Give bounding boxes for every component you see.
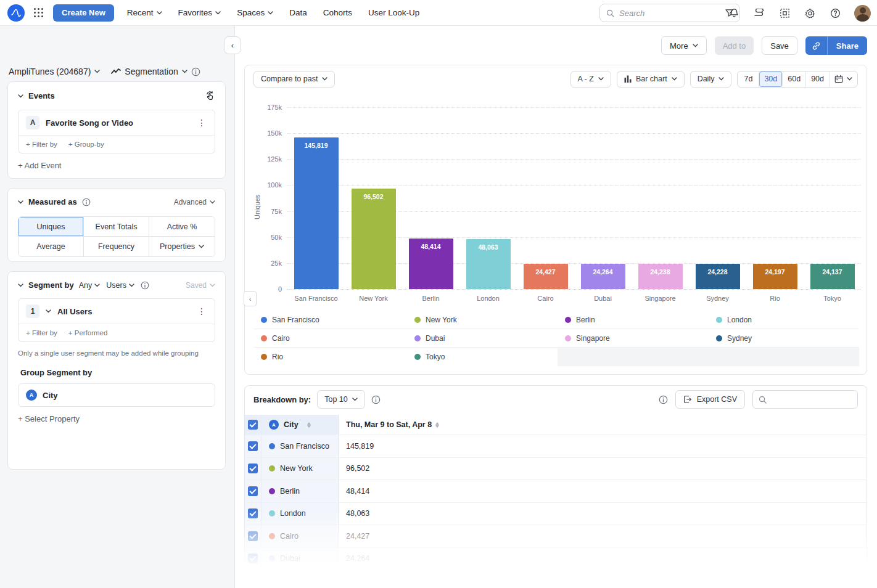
city-header-cell[interactable]: ACity xyxy=(261,415,339,435)
help-icon[interactable] xyxy=(829,7,841,19)
collapse-caret-icon[interactable] xyxy=(18,94,23,98)
sort-icon[interactable] xyxy=(435,422,439,428)
info-icon[interactable] xyxy=(191,67,200,76)
info-icon[interactable] xyxy=(82,198,91,206)
settings-gear-icon[interactable] xyxy=(804,7,816,19)
breakdown-search[interactable] xyxy=(752,390,858,409)
hand-pointer-icon[interactable] xyxy=(205,91,215,101)
chart-scroll-left-button[interactable]: ‹ xyxy=(244,291,257,306)
bar-san-francisco[interactable]: 145,819 xyxy=(294,137,339,289)
info-icon[interactable] xyxy=(371,395,381,404)
date-header-cell[interactable]: Thu, Mar 9 to Sat, Apr 8 xyxy=(339,415,867,435)
select-all-checkbox[interactable] xyxy=(248,420,258,430)
nav-item-recent[interactable]: Recent xyxy=(119,0,170,26)
group-property-row[interactable]: A City xyxy=(18,383,215,407)
legend-item-berlin[interactable]: Berlin xyxy=(558,311,709,329)
legend-item-singapore[interactable]: Singapore xyxy=(558,329,709,347)
bar-cairo[interactable]: 24,427 xyxy=(524,264,568,289)
dashed-frame-icon[interactable] xyxy=(778,7,791,19)
bar-singapore[interactable]: 24,238 xyxy=(638,264,683,289)
global-search-input[interactable] xyxy=(619,9,720,18)
nav-item-user-look-up[interactable]: User Look-Up xyxy=(360,0,427,26)
row-checkbox[interactable] xyxy=(248,441,258,451)
bar-dubai[interactable]: 24,264 xyxy=(581,264,625,289)
measured-option-frequency[interactable]: Frequency xyxy=(84,237,149,256)
notifications-bell-icon[interactable] xyxy=(728,7,740,19)
nav-item-data[interactable]: Data xyxy=(281,0,315,26)
legend-item-san-francisco[interactable]: San Francisco xyxy=(253,311,407,329)
legend-item-rio[interactable]: Rio xyxy=(253,348,407,366)
legend-item-london[interactable]: London xyxy=(709,311,859,329)
export-csv-button[interactable]: Export CSV xyxy=(675,390,745,409)
measured-option-active-[interactable]: Active % xyxy=(149,217,215,237)
event-letter-badge: A xyxy=(26,116,39,129)
group-by-link[interactable]: + Group-by xyxy=(68,141,104,148)
top-n-dropdown[interactable]: Top 10 xyxy=(317,390,365,409)
bar-new-york[interactable]: 96,502 xyxy=(352,189,396,289)
select-property-link[interactable]: + Select Property xyxy=(18,414,80,423)
measured-option-label: Properties xyxy=(160,242,195,251)
add-event-link[interactable]: + Add Event xyxy=(18,161,61,170)
measured-option-average[interactable]: Average xyxy=(19,237,84,256)
event-name[interactable]: Favorite Song or Video xyxy=(46,118,190,128)
collapse-sidebar-button[interactable]: ‹ xyxy=(224,36,241,54)
more-button[interactable]: More xyxy=(661,36,707,55)
legend-item-tokyo[interactable]: Tokyo xyxy=(407,348,558,366)
view-type-picker[interactable]: Segmentation xyxy=(111,67,187,76)
user-avatar[interactable] xyxy=(854,5,871,22)
journeys-path-icon[interactable] xyxy=(753,7,765,19)
nav-item-spaces[interactable]: Spaces xyxy=(229,0,281,26)
legend-item-sydney[interactable]: Sydney xyxy=(709,329,859,347)
legend-item-new-york[interactable]: New York xyxy=(407,311,558,329)
segment-name[interactable]: All Users xyxy=(57,307,190,316)
breakdown-search-input[interactable] xyxy=(771,395,852,404)
advanced-dropdown[interactable]: Advanced xyxy=(174,198,215,206)
apps-grid-icon[interactable] xyxy=(33,7,44,18)
copy-link-icon[interactable] xyxy=(805,36,828,55)
project-picker[interactable]: AmpliTunes (204687) xyxy=(9,67,100,76)
kebab-menu-icon[interactable]: ⋮ xyxy=(196,118,207,128)
any-dropdown[interactable]: Any xyxy=(79,281,101,290)
collapse-caret-icon[interactable] xyxy=(18,200,23,204)
bar-berlin[interactable]: 48,414 xyxy=(409,239,453,289)
bar-london[interactable]: 48,063 xyxy=(466,239,511,289)
performed-link[interactable]: + Performed xyxy=(68,329,108,337)
measured-option-properties[interactable]: Properties xyxy=(149,237,215,256)
legend-item-dubai[interactable]: Dubai xyxy=(407,329,558,347)
global-search[interactable] xyxy=(599,4,740,22)
sort-icon[interactable] xyxy=(307,422,311,428)
collapse-caret-icon[interactable] xyxy=(18,284,23,287)
measured-option-uniques[interactable]: Uniques xyxy=(19,217,84,237)
nav-item-label: User Look-Up xyxy=(368,8,419,17)
row-checkbox[interactable] xyxy=(248,508,258,518)
amplitude-logo-icon[interactable] xyxy=(7,4,25,22)
city-cell: Dubai xyxy=(261,548,339,570)
kebab-menu-icon[interactable]: ⋮ xyxy=(196,306,207,316)
row-checkbox[interactable] xyxy=(248,463,258,473)
create-new-button[interactable]: Create New xyxy=(53,4,114,22)
bar-rio[interactable]: 24,197 xyxy=(753,264,797,289)
row-checkbox[interactable] xyxy=(248,531,258,541)
nav-item-favorites[interactable]: Favorites xyxy=(170,0,229,26)
legend-item-cairo[interactable]: Cairo xyxy=(253,329,407,347)
chevron-down-icon[interactable] xyxy=(46,309,51,313)
info-icon[interactable] xyxy=(141,281,149,290)
users-dropdown[interactable]: Users xyxy=(106,281,134,290)
save-button[interactable]: Save xyxy=(762,36,797,55)
measured-as-card: Measured as Advanced UniquesEvent Totals… xyxy=(7,188,226,262)
bar-sydney[interactable]: 24,228 xyxy=(696,264,740,289)
filter-by-link[interactable]: + Filter by xyxy=(26,329,57,337)
bar-value-label: 145,819 xyxy=(294,142,339,149)
saved-dropdown[interactable]: Saved xyxy=(186,281,215,290)
measured-option-event-totals[interactable]: Event Totals xyxy=(84,217,149,237)
filter-by-link[interactable]: + Filter by xyxy=(26,141,57,148)
row-checkbox[interactable] xyxy=(248,553,258,563)
nav-item-cohorts[interactable]: Cohorts xyxy=(315,0,360,26)
row-checkbox[interactable] xyxy=(248,486,258,496)
value-text: 24,427 xyxy=(346,532,369,541)
date-header-label: Thu, Mar 9 to Sat, Apr 8 xyxy=(346,420,432,429)
bar-tokyo[interactable]: 24,137 xyxy=(810,264,855,289)
value-cell: 48,063 xyxy=(339,503,867,525)
share-button[interactable]: Share xyxy=(828,36,867,55)
info-icon[interactable] xyxy=(659,395,668,404)
